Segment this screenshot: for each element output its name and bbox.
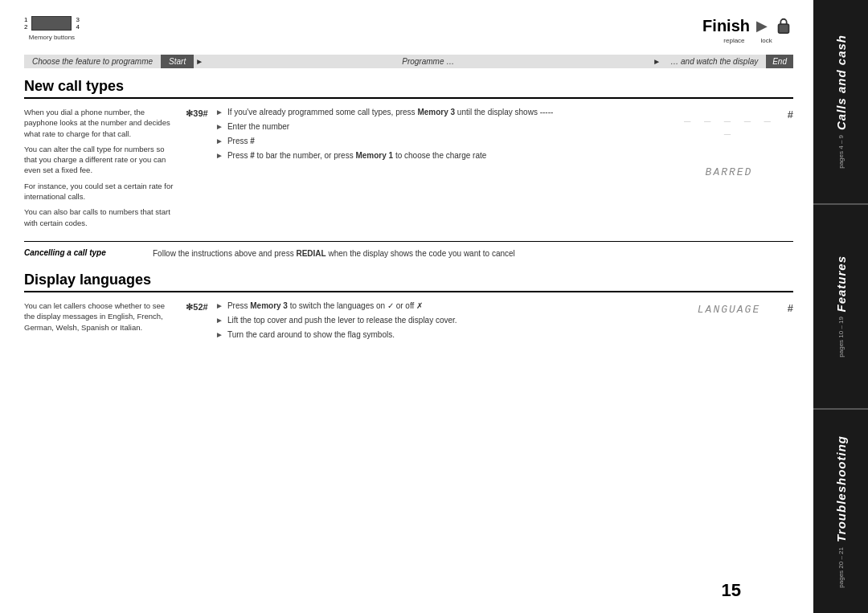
dl-desc-p1: You can let callers choose whether to se…	[24, 300, 177, 333]
dl-instr-2: ► Turn the card around to show the flag …	[215, 329, 677, 341]
memory-button-box	[31, 16, 72, 31]
mb-num-3: 3	[76, 16, 79, 23]
dl-bullet-2: ►	[215, 329, 223, 341]
instr-item-1: ► Enter the number	[215, 121, 677, 133]
sidebar-features-pages: pages 10 – 19	[837, 317, 845, 358]
new-call-types-code: ✻39#	[185, 107, 209, 233]
right-sidebar: Calls and cash pages 4 – 9 Features page…	[813, 0, 868, 613]
dl-display: LANGUAGE	[681, 300, 777, 344]
page-number: 15	[722, 580, 741, 601]
nct-display: _ _ _ _ _ _ BARRED	[681, 107, 777, 233]
display-languages-title: Display languages	[24, 272, 793, 292]
cancelling-title: Cancelling a call type	[24, 248, 137, 257]
memory-buttons-label: Memory buttons	[24, 34, 80, 41]
finish-label: Finish	[702, 17, 750, 35]
nav-bar: Choose the feature to programme Start ► …	[24, 55, 793, 68]
new-call-types-grid: When you dial a phone number, the paypho…	[24, 107, 793, 233]
lock-icon	[774, 16, 793, 35]
instr-text-0: If you've already programmed some call t…	[227, 107, 553, 118]
instr-item-2: ► Press #	[215, 136, 677, 147]
dl-hash-symbol: #	[788, 302, 793, 314]
instr-item-3: ► Press # to bar the number, or press Me…	[215, 150, 677, 161]
sidebar-features-label: Features	[834, 255, 848, 313]
new-call-types-description: When you dial a phone number, the paypho…	[24, 107, 185, 233]
nav-arrow-2: ►	[651, 57, 662, 66]
finish-section: Finish ▶ replace lock	[702, 16, 793, 44]
desc-p3: For instance, you could set a certain ra…	[24, 181, 177, 202]
nav-choose: Choose the feature to programme	[24, 55, 161, 68]
sidebar-troubleshooting-label: Troubleshooting	[834, 435, 848, 542]
sidebar-troubleshooting[interactable]: Troubleshooting pages 20 – 21	[813, 410, 868, 613]
nav-end: End	[766, 55, 793, 68]
cancelling-row: Cancelling a call type Follow the instru…	[24, 241, 793, 260]
bullet-2: ►	[215, 136, 223, 147]
sidebar-calls-pages: pages 4 – 9	[837, 135, 845, 169]
finish-arrow-icon: ▶	[756, 17, 768, 35]
finish-labels: replace lock	[723, 37, 772, 44]
dl-hash: #	[777, 300, 793, 344]
cancelling-text: Follow the instructions above and press …	[153, 248, 515, 260]
sidebar-troubleshooting-pages: pages 20 – 21	[837, 547, 845, 588]
header-area: 1 2 3 4 Memory buttons Finish ▶	[24, 16, 793, 48]
dl-code: ✻52#	[185, 300, 209, 344]
mb-num-2: 2	[24, 23, 27, 31]
language-display-text: LANGUAGE	[681, 304, 777, 316]
bullet-0: ►	[215, 107, 223, 118]
dl-bullet-1: ►	[215, 315, 223, 326]
dl-instr-1: ► Lift the top cover and push the lever …	[215, 315, 677, 326]
nav-programme: Programme …	[205, 57, 651, 66]
nav-start: Start	[161, 55, 194, 68]
instr-text-2: Press #	[227, 136, 255, 147]
main-content: 1 2 3 4 Memory buttons Finish ▶	[0, 0, 813, 613]
bullet-1: ►	[215, 121, 223, 133]
dl-description: You can let callers choose whether to se…	[24, 300, 185, 344]
mb-num-4: 4	[76, 23, 79, 31]
dl-instr-text-1: Lift the top cover and push the lever to…	[227, 315, 457, 326]
display-languages-grid: You can let callers choose whether to se…	[24, 300, 793, 344]
sidebar-calls-label: Calls and cash	[834, 35, 848, 130]
dl-code-text: ✻52#	[186, 302, 207, 312]
barred-display: BARRED	[681, 166, 777, 178]
desc-p1: When you dial a phone number, the paypho…	[24, 107, 177, 139]
new-call-types-title: New call types	[24, 78, 793, 99]
nct-hash: #	[777, 107, 793, 233]
instr-text-1: Enter the number	[227, 121, 289, 133]
sidebar-features[interactable]: Features pages 10 – 19	[813, 205, 868, 410]
dl-instructions: ► Press Memory 3 to switch the languages…	[209, 300, 681, 344]
instr-item-0: ► If you've already programmed some call…	[215, 107, 677, 118]
replace-label: replace	[723, 37, 744, 44]
lock-label: lock	[761, 37, 772, 44]
mb-num-1: 1	[24, 16, 27, 23]
sidebar-calls[interactable]: Calls and cash pages 4 – 9	[813, 0, 868, 205]
dl-instr-0: ► Press Memory 3 to switch the languages…	[215, 300, 677, 312]
desc-p4: You can also bar calls to numbers that s…	[24, 206, 177, 228]
svg-rect-0	[779, 24, 789, 33]
desc-p2: You can alter the call type for numbers …	[24, 144, 177, 176]
instr-text-3: Press # to bar the number, or press Memo…	[227, 150, 486, 161]
memory-buttons-diagram: 1 2 3 4	[24, 16, 80, 31]
nct-hash-symbol: #	[788, 108, 793, 121]
memory-buttons-section: 1 2 3 4 Memory buttons	[24, 16, 80, 41]
dl-bullet-0: ►	[215, 300, 223, 312]
bullet-3: ►	[215, 150, 223, 161]
finish-row: Finish ▶	[702, 16, 793, 35]
nct-display-dashes: _ _ _ _ _ _	[681, 108, 777, 134]
nct-code-text: ✻39#	[186, 108, 207, 118]
nav-arrow-1: ►	[194, 57, 205, 66]
new-call-types-instructions: ► If you've already programmed some call…	[209, 107, 681, 233]
nav-watch: … and watch the display	[662, 55, 766, 68]
dl-instr-text-2: Turn the card around to show the flag sy…	[227, 329, 395, 341]
page-container: Calls and cash pages 4 – 9 Features page…	[0, 0, 868, 613]
dl-instr-text-0: Press Memory 3 to switch the languages o…	[227, 300, 423, 312]
